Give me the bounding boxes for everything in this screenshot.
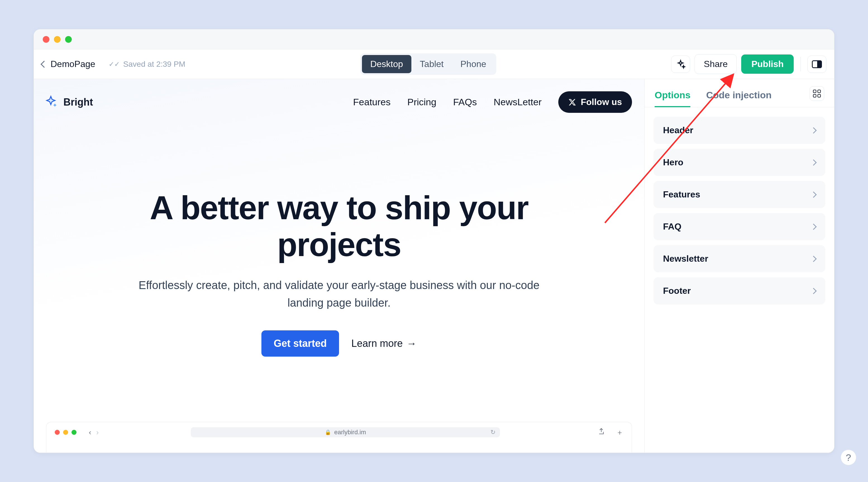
titlebar [34,29,834,50]
plus-icon: ＋ [616,427,623,437]
chevron-right-icon [810,159,817,166]
chevron-right-icon [810,191,817,198]
traffic-lights [43,36,72,43]
cta-get-started[interactable]: Get started [261,330,339,357]
reload-icon: ↻ [490,429,495,436]
share-up-icon [598,427,605,435]
chevron-right-icon: › [96,428,99,437]
minimize-window-icon[interactable] [54,36,61,43]
grid-icon [813,90,821,97]
checkmarks-icon: ✓✓ [108,60,120,68]
saved-status: ✓✓ Saved at 2:39 PM [108,60,185,69]
brand-name: Bright [63,96,93,108]
device-toggle: Desktop Tablet Phone [360,53,496,75]
site-nav: Bright Features Pricing FAQs NewsLetter … [34,79,644,125]
chevron-right-icon [810,223,817,230]
sidebar-tabs: Options Code injection [645,79,834,107]
tab-options[interactable]: Options [655,84,690,107]
sidebar-item-features[interactable]: Features [653,181,825,208]
sidebar-item-footer[interactable]: Footer [653,277,825,304]
mock-toolbar-icons: ＋ [598,427,623,437]
nav-links: Features Pricing FAQs NewsLetter Follow … [353,91,632,113]
panel-icon [812,60,822,68]
publish-button[interactable]: Publish [741,55,794,74]
sidebar-item-newsletter[interactable]: Newsletter [653,245,825,272]
nav-newsletter[interactable]: NewsLetter [494,97,541,107]
nav-faqs[interactable]: FAQs [453,97,477,107]
mock-nav-arrows: ‹ › [89,428,99,437]
nav-features[interactable]: Features [353,97,391,107]
chevron-right-icon [810,127,817,133]
cta-learn-more[interactable]: Learn more → [351,338,417,349]
tab-code-injection[interactable]: Code injection [706,84,771,107]
back-button[interactable]: DemoPage [41,59,95,69]
device-phone[interactable]: Phone [452,55,495,73]
hero-section: A better way to ship your projects Effor… [34,125,644,357]
blocks-grid-button[interactable] [810,86,824,101]
hero-headline: A better way to ship your projects [126,189,552,263]
close-icon [55,430,60,435]
sidebar-item-header[interactable]: Header [653,117,825,144]
minimize-icon [63,430,68,435]
device-tablet[interactable]: Tablet [411,55,452,73]
sidebar: Options Code injection Header Hero Featu… [644,79,834,453]
mock-browser-preview: ‹ › 🔒 earlybird.im ↻ ＋ [46,422,632,453]
divider [800,57,801,71]
mock-url-bar: 🔒 earlybird.im ↻ [191,427,500,437]
panel-toggle-button[interactable] [807,56,827,73]
lock-icon: 🔒 [325,429,331,436]
canvas: Bright Features Pricing FAQs NewsLetter … [34,79,644,453]
brand[interactable]: Bright [44,95,93,109]
sidebar-item-hero[interactable]: Hero [653,149,825,176]
sidebar-item-faq[interactable]: FAQ [653,213,825,240]
arrow-right-icon: → [407,339,417,349]
x-logo-icon [568,98,576,106]
sparkle-icon [676,59,686,69]
device-desktop[interactable]: Desktop [362,55,411,73]
follow-button[interactable]: Follow us [558,91,632,113]
nav-pricing[interactable]: Pricing [407,97,436,107]
page-name: DemoPage [51,59,95,69]
chevron-right-icon [810,256,817,262]
sidebar-items: Header Hero Features FAQ Newsletter [645,107,834,314]
brand-logo-icon [44,95,58,109]
toolbar: DemoPage ✓✓ Saved at 2:39 PM Desktop Tab… [34,50,834,79]
app-window: DemoPage ✓✓ Saved at 2:39 PM Desktop Tab… [33,29,835,453]
share-button[interactable]: Share [694,54,737,74]
chevron-left-icon [40,61,48,68]
hero-subhead: Effortlessly create, pitch, and validate… [126,277,552,311]
mock-traffic-lights [55,430,76,435]
hero-cta: Get started Learn more → [126,330,552,357]
ai-sparkle-button[interactable] [671,56,690,73]
maximize-window-icon[interactable] [65,36,72,43]
maximize-icon [71,430,76,435]
chevron-left-icon: ‹ [89,428,91,437]
close-window-icon[interactable] [43,36,50,43]
content-area: Bright Features Pricing FAQs NewsLetter … [34,79,834,453]
chevron-right-icon [810,288,817,294]
